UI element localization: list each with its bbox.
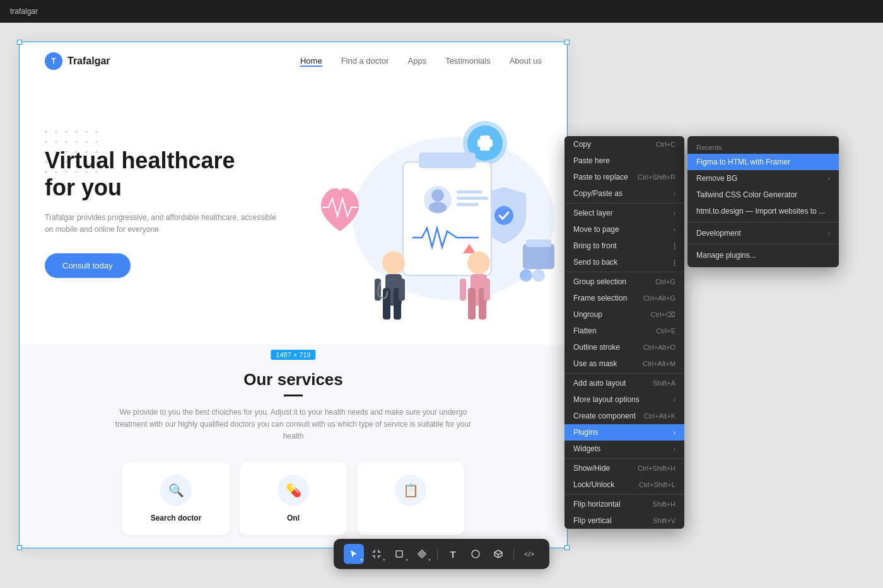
menu-item-select-layer[interactable]: Select layer ›: [564, 205, 684, 221]
shape-tool[interactable]: ▾: [389, 544, 409, 564]
service-card-online: 💊 Onl: [240, 462, 347, 535]
menu-item-paste-replace[interactable]: Paste to replace Ctrl+Shift+R: [564, 169, 684, 185]
nav-find-doctor[interactable]: Find a doctor: [341, 56, 389, 67]
recents-section-title: Recents: [687, 140, 839, 154]
svg-rect-4: [477, 139, 493, 147]
arrow-icon: ›: [828, 230, 830, 237]
services-description: We provide to you the best choiches for …: [110, 406, 476, 443]
handle-bl[interactable]: [17, 545, 22, 550]
menu-item-move-page[interactable]: Move to page ›: [564, 221, 684, 238]
menu-item-copy[interactable]: Copy Ctrl+C: [564, 136, 684, 153]
menu-item-ungroup[interactable]: Ungroup Ctrl+⌫: [564, 306, 684, 323]
arrow-icon: ›: [674, 226, 675, 233]
svg-rect-26: [484, 279, 490, 301]
size-label: 1487 × 719: [271, 350, 315, 360]
menu-item-send-back[interactable]: Send to back [: [564, 254, 684, 270]
online-icon: 💊: [286, 483, 301, 498]
menu-item-outline-stroke[interactable]: Outline stroke Ctrl+Alt+O: [564, 339, 684, 355]
menu-item-lock-unlock[interactable]: Lock/Unlock Ctrl+Shift+L: [564, 476, 684, 493]
logo-circle: T: [45, 52, 62, 70]
menu-item-flip-h[interactable]: Flip horizontal Shift+H: [564, 496, 684, 512]
services-section: Our services We provide to you the best …: [20, 345, 567, 548]
menu-item-use-mask[interactable]: Use as mask Ctrl+Alt+M: [564, 355, 684, 372]
menu-item-flatten[interactable]: Flatten Ctrl+E: [564, 323, 684, 339]
svg-rect-11: [457, 190, 482, 193]
menu-item-more-layout[interactable]: More layout options ›: [564, 391, 684, 408]
svg-point-5: [494, 206, 513, 225]
hero-content: Virtual healthcarefor you Trafalgar prov…: [45, 147, 284, 278]
code-tool[interactable]: </>: [519, 544, 539, 564]
code-tool-label: </>: [524, 550, 534, 558]
menu-item-show-hide[interactable]: Show/Hide Ctrl+Shift+H: [564, 460, 684, 476]
tool-dropdown-arrow: ▾: [360, 557, 363, 563]
text-tool[interactable]: T: [443, 544, 463, 564]
submenu-item-html-design[interactable]: html.to.design — Import websites to ...: [687, 203, 839, 219]
app-name: trafalgar: [10, 7, 38, 16]
handle-tl[interactable]: [17, 40, 22, 45]
nav-about[interactable]: About us: [510, 56, 542, 67]
pen-tool[interactable]: ▾: [412, 544, 432, 564]
menu-item-copy-paste-as[interactable]: Copy/Paste as ›: [564, 185, 684, 202]
svg-rect-7: [419, 153, 476, 168]
separator-5: [564, 494, 684, 495]
submenu-item-tailwind[interactable]: Tailwind CSS Color Generator: [687, 187, 839, 203]
search-doctor-icon-circle: 🔍: [160, 475, 192, 506]
nav-testimonials[interactable]: Testimonials: [445, 56, 491, 67]
separator-1: [564, 203, 684, 204]
consult-button[interactable]: Consult today: [45, 253, 131, 278]
submenu-sep-2: [687, 244, 839, 245]
cursor-tool[interactable]: ▾: [344, 544, 364, 564]
menu-item-frame-selection[interactable]: Frame selection Ctrl+Alt+G: [564, 290, 684, 306]
tool-dropdown-arrow: ▾: [428, 557, 431, 563]
arrow-icon: ›: [674, 446, 675, 453]
submenu-item-manage-plugins[interactable]: Manage plugins...: [687, 247, 839, 263]
hero-section: Virtual healthcarefor you Trafalgar prov…: [20, 80, 567, 345]
svg-point-30: [532, 269, 545, 282]
menu-item-auto-layout[interactable]: Add auto layout Shift+A: [564, 375, 684, 391]
frame-tool[interactable]: ▾: [366, 544, 387, 564]
menu-item-group[interactable]: Group selection Ctrl+G: [564, 274, 684, 290]
bottom-toolbar: ▾ ▾ ▾ ▾ T: [334, 539, 549, 569]
svg-point-21: [467, 251, 490, 274]
hand-tool[interactable]: [465, 544, 486, 564]
canvas: T Trafalgar Home Find a doctor Apps Test…: [0, 23, 883, 588]
online-icon-circle: 💊: [278, 475, 309, 506]
nav-home[interactable]: Home: [300, 56, 322, 67]
services-divider: [284, 395, 303, 396]
arrow-icon: ›: [674, 210, 675, 217]
svg-rect-23: [468, 288, 476, 320]
svg-rect-27: [523, 244, 554, 269]
arrow-icon: ›: [674, 429, 675, 436]
handle-tr[interactable]: [564, 40, 570, 45]
svg-rect-12: [457, 197, 488, 200]
hero-svg: [277, 93, 554, 332]
menu-item-bring-front[interactable]: Bring to front ]: [564, 238, 684, 254]
service-card-records: 📋: [357, 462, 464, 535]
svg-point-32: [421, 553, 423, 555]
arrow-icon: ›: [828, 175, 830, 182]
svg-rect-28: [526, 239, 551, 247]
online-label: Onl: [252, 514, 334, 522]
menu-item-flip-v[interactable]: Flip vertical Shift+V: [564, 512, 684, 529]
service-cards: 🔍 Search doctor 💊 Onl 📋: [45, 462, 542, 535]
menu-item-create-component[interactable]: Create component Ctrl+Alt+K: [564, 408, 684, 424]
hero-subtitle: Trafalgar provides progressive, and affo…: [45, 212, 284, 236]
nav-apps[interactable]: Apps: [408, 56, 427, 67]
menu-item-paste-here[interactable]: Paste here: [564, 153, 684, 169]
submenu-item-development[interactable]: Development ›: [687, 225, 839, 241]
navbar: T Trafalgar Home Find a doctor Apps Test…: [20, 42, 567, 80]
menu-item-plugins[interactable]: Plugins ›: [564, 424, 684, 441]
tool-dropdown-arrow: ▾: [383, 557, 385, 563]
handle-br[interactable]: [564, 545, 570, 550]
submenu-item-figma-html[interactable]: Figma to HTML with Framer: [687, 154, 839, 170]
submenu-item-remove-bg[interactable]: Remove BG ›: [687, 170, 839, 187]
search-doctor-icon: 🔍: [168, 483, 184, 498]
svg-point-9: [431, 189, 444, 202]
menu-item-widgets[interactable]: Widgets ›: [564, 441, 684, 457]
service-card-search: 🔍 Search doctor: [122, 462, 230, 535]
svg-rect-13: [457, 203, 479, 206]
component-tool[interactable]: [488, 544, 508, 564]
svg-point-10: [429, 202, 447, 213]
tool-dropdown-arrow: ▾: [406, 557, 408, 563]
svg-rect-25: [460, 279, 466, 301]
